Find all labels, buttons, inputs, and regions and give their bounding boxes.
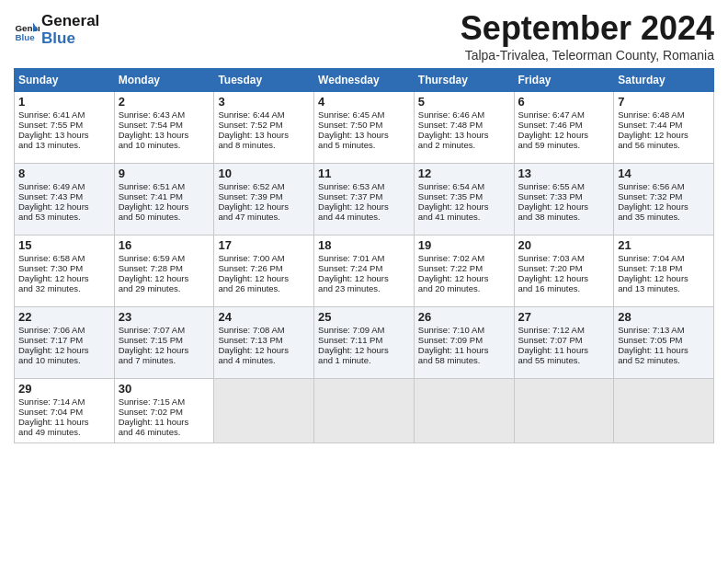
table-row: 25Sunrise: 7:09 AMSunset: 7:11 PMDayligh… bbox=[314, 307, 415, 379]
svg-text:Blue: Blue bbox=[15, 31, 35, 41]
location: Talpa-Trivalea, Teleorman County, Romani… bbox=[461, 48, 714, 63]
table-row bbox=[414, 379, 514, 443]
table-row: 8Sunrise: 6:49 AMSunset: 7:43 PMDaylight… bbox=[15, 164, 115, 236]
table-row: 27Sunrise: 7:12 AMSunset: 7:07 PMDayligh… bbox=[514, 307, 614, 379]
logo-icon: General Blue bbox=[14, 17, 40, 43]
table-row: 18Sunrise: 7:01 AMSunset: 7:24 PMDayligh… bbox=[314, 236, 415, 307]
table-row: 12Sunrise: 6:54 AMSunset: 7:35 PMDayligh… bbox=[414, 164, 514, 236]
calendar-table: Sunday Monday Tuesday Wednesday Thursday… bbox=[14, 68, 714, 443]
table-row bbox=[514, 379, 614, 443]
table-row: 15Sunrise: 6:58 AMSunset: 7:30 PMDayligh… bbox=[15, 236, 115, 307]
col-sunday: Sunday bbox=[15, 69, 115, 92]
table-row: 29Sunrise: 7:14 AMSunset: 7:04 PMDayligh… bbox=[15, 379, 115, 443]
table-row: 22Sunrise: 7:06 AMSunset: 7:17 PMDayligh… bbox=[15, 307, 115, 379]
table-row: 20Sunrise: 7:03 AMSunset: 7:20 PMDayligh… bbox=[514, 236, 614, 307]
table-row: 16Sunrise: 6:59 AMSunset: 7:28 PMDayligh… bbox=[114, 236, 214, 307]
table-row: 30Sunrise: 7:15 AMSunset: 7:02 PMDayligh… bbox=[114, 379, 214, 443]
header: General Blue General Blue September 2024… bbox=[14, 9, 714, 63]
col-monday: Monday bbox=[114, 69, 214, 92]
logo: General Blue General Blue bbox=[14, 13, 99, 47]
table-row: 9Sunrise: 6:51 AMSunset: 7:41 PMDaylight… bbox=[114, 164, 214, 236]
table-row: 24Sunrise: 7:08 AMSunset: 7:13 PMDayligh… bbox=[214, 307, 314, 379]
table-row: 23Sunrise: 7:07 AMSunset: 7:15 PMDayligh… bbox=[114, 307, 214, 379]
table-row bbox=[614, 379, 714, 443]
month-title: September 2024 bbox=[461, 9, 714, 48]
table-row: 19Sunrise: 7:02 AMSunset: 7:22 PMDayligh… bbox=[414, 236, 514, 307]
col-tuesday: Tuesday bbox=[214, 69, 314, 92]
col-friday: Friday bbox=[514, 69, 614, 92]
table-row: 11Sunrise: 6:53 AMSunset: 7:37 PMDayligh… bbox=[314, 164, 415, 236]
table-row bbox=[314, 379, 415, 443]
table-row: 13Sunrise: 6:55 AMSunset: 7:33 PMDayligh… bbox=[514, 164, 614, 236]
table-row: 3Sunrise: 6:44 AMSunset: 7:52 PMDaylight… bbox=[214, 92, 314, 164]
col-thursday: Thursday bbox=[414, 69, 514, 92]
table-row: 14Sunrise: 6:56 AMSunset: 7:32 PMDayligh… bbox=[614, 164, 714, 236]
table-row: 4Sunrise: 6:45 AMSunset: 7:50 PMDaylight… bbox=[314, 92, 415, 164]
table-row: 26Sunrise: 7:10 AMSunset: 7:09 PMDayligh… bbox=[414, 307, 514, 379]
logo-general: General bbox=[41, 13, 99, 30]
table-row: 28Sunrise: 7:13 AMSunset: 7:05 PMDayligh… bbox=[614, 307, 714, 379]
table-row: 17Sunrise: 7:00 AMSunset: 7:26 PMDayligh… bbox=[214, 236, 314, 307]
col-wednesday: Wednesday bbox=[314, 69, 415, 92]
table-row: 10Sunrise: 6:52 AMSunset: 7:39 PMDayligh… bbox=[214, 164, 314, 236]
table-row: 5Sunrise: 6:46 AMSunset: 7:48 PMDaylight… bbox=[414, 92, 514, 164]
col-saturday: Saturday bbox=[614, 69, 714, 92]
table-row: 7Sunrise: 6:48 AMSunset: 7:44 PMDaylight… bbox=[614, 92, 714, 164]
table-row bbox=[214, 379, 314, 443]
header-row: Sunday Monday Tuesday Wednesday Thursday… bbox=[15, 69, 714, 92]
table-row: 21Sunrise: 7:04 AMSunset: 7:18 PMDayligh… bbox=[614, 236, 714, 307]
page-container: General Blue General Blue September 2024… bbox=[0, 0, 728, 453]
title-block: September 2024 Talpa-Trivalea, Teleorman… bbox=[461, 9, 714, 63]
table-row: 1Sunrise: 6:41 AMSunset: 7:55 PMDaylight… bbox=[15, 92, 115, 164]
table-row: 6Sunrise: 6:47 AMSunset: 7:46 PMDaylight… bbox=[514, 92, 614, 164]
table-row: 2Sunrise: 6:43 AMSunset: 7:54 PMDaylight… bbox=[114, 92, 214, 164]
logo-blue: Blue bbox=[41, 30, 99, 48]
